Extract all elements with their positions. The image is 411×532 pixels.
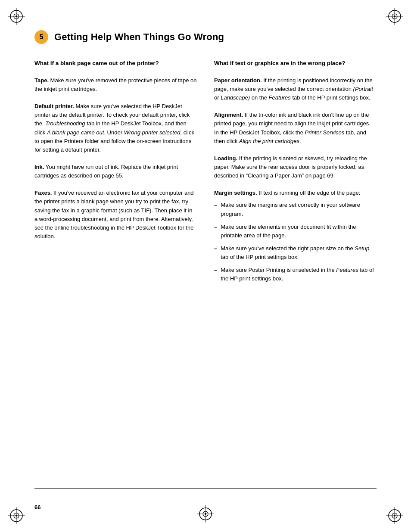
left-main-heading: What if a blank page came out of the pri… [34,59,197,68]
bottom-divider [34,488,377,489]
section-faxes: Faxes. If you've received an electronic … [34,189,197,241]
corner-mark-bl [8,507,25,524]
section-tape: Tape. Make sure you've removed the prote… [34,76,197,93]
bullet-item-4-text: Make sure Poster Printing is unselected … [221,266,377,283]
page-number: 66 [34,504,40,510]
left-main-heading-block: What if a blank page came out of the pri… [34,59,197,68]
alignment-term: Alignment. [214,112,243,118]
alignment-content: Alignment. If the tri-color ink and blac… [214,111,377,146]
paper-orientation-content: Paper orientation. If the printing is po… [214,76,377,102]
paper-orientation-term: Paper orientation. [214,77,262,84]
tape-term: Tape. [34,77,49,84]
loading-content: Loading. If the printing is slanted or s… [214,154,377,180]
bottom-center-mark [197,505,214,524]
right-column: What if text or graphics are in the wron… [214,59,377,292]
section-alignment: Alignment. If the tri-color ink and blac… [214,111,377,146]
left-column: What if a blank page came out of the pri… [34,59,197,292]
wrong-place-heading: What if text or graphics are in the wron… [214,59,377,68]
section-margin-settings: Margin settings. If text is running off … [214,189,377,283]
bullet-item-1-text: Make sure the margins are set correctly … [221,201,377,218]
margin-bullet-list: Make sure the margins are set correctly … [214,201,377,283]
section-ink: Ink. You might have run out of ink. Repl… [34,163,197,180]
bullet-item-2: Make sure the elements in your document … [214,223,377,240]
corner-mark-br [386,507,403,524]
faxes-body: If you've received an electronic fax at … [34,190,194,240]
default-printer-term: Default printer. [34,103,74,109]
wrong-place-heading-block: What if text or graphics are in the wron… [214,59,377,68]
corner-mark-tl [8,8,25,25]
section-default-printer: Default printer. Make sure you've select… [34,102,197,154]
corner-mark-tr [386,8,403,25]
chapter-header: 5 Getting Help When Things Go Wrong [34,30,377,44]
ink-body: You might have run out of ink. Replace t… [34,164,178,179]
tape-content: Tape. Make sure you've removed the prote… [34,76,197,93]
section-paper-orientation: Paper orientation. If the printing is po… [214,76,377,102]
page: 5 Getting Help When Things Go Wrong What… [0,0,411,532]
bullet-item-1: Make sure the margins are set correctly … [214,201,377,218]
chapter-title: Getting Help When Things Go Wrong [54,31,224,43]
loading-term: Loading. [214,155,237,162]
ink-content: Ink. You might have run out of ink. Repl… [34,163,197,180]
bullet-item-4: Make sure Poster Printing is unselected … [214,266,377,283]
chapter-number: 5 [34,30,48,44]
margin-settings-term: Margin settings. [214,190,257,196]
faxes-term: Faxes. [34,190,52,196]
faxes-content: Faxes. If you've received an electronic … [34,189,197,241]
section-loading: Loading. If the printing is slanted or s… [214,154,377,180]
bullet-item-3-text: Make sure you've selected the right pape… [221,244,377,261]
tape-body: Make sure you've removed the protective … [34,77,197,92]
default-printer-body: Make sure you've selected the HP DeskJet… [34,103,194,153]
margin-settings-content: Margin settings. If text is running off … [214,189,377,197]
margin-settings-body: If text is running off the edge of the p… [257,190,361,196]
bullet-item-3: Make sure you've selected the right pape… [214,244,377,261]
ink-term: Ink. [34,164,44,170]
loading-body: If the printing is slanted or skewed, tr… [214,155,367,179]
content-columns: What if a blank page came out of the pri… [34,59,377,292]
bullet-item-2-text: Make sure the elements in your document … [221,223,377,240]
default-printer-content: Default printer. Make sure you've select… [34,102,197,154]
